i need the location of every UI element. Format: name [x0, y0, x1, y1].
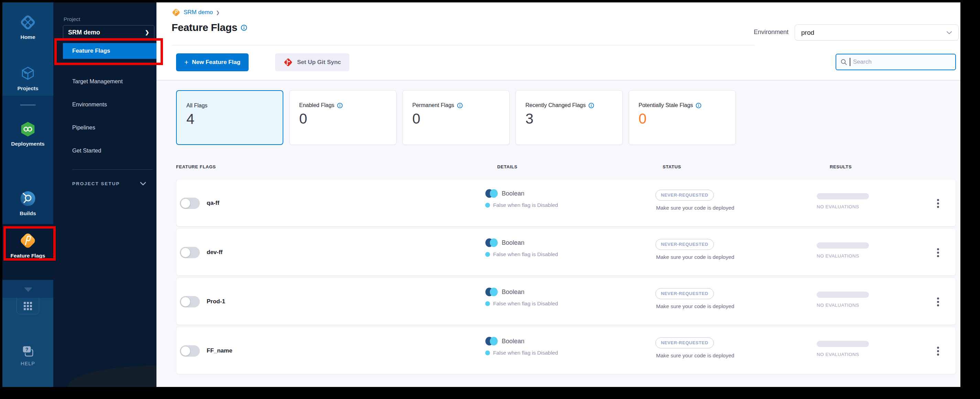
project-name: SRM demo — [68, 29, 100, 36]
panel-nav-pipelines[interactable]: Pipelines — [72, 124, 95, 131]
environment-select[interactable]: prod — [795, 24, 959, 41]
evaluations-bar — [817, 341, 869, 347]
git-sync-label: Set Up Git Sync — [297, 59, 341, 66]
flag-name: dev-ff — [207, 249, 223, 256]
rail-divider — [20, 104, 36, 106]
evaluations-bar — [817, 193, 869, 200]
module-switcher-button[interactable] — [16, 298, 39, 314]
status-note: Make sure your code is deployed — [656, 353, 734, 359]
flag-type: Boolean — [502, 338, 524, 345]
default-rule: False when flag is Disabled — [493, 202, 558, 208]
search-icon — [840, 58, 847, 66]
results-note: NO EVALUATIONS — [817, 254, 859, 259]
chevron-down-icon — [140, 182, 146, 185]
variation-dot-icon — [485, 301, 490, 306]
status-badge: NEVER-REQUESTED — [655, 288, 714, 299]
set-up-git-sync-button[interactable]: Set Up Git Sync — [275, 53, 349, 71]
stat-card-all-flags[interactable]: All Flags 4 — [176, 90, 283, 145]
main-content: SRM demo ❯ Feature Flags Environment pro… — [156, 2, 960, 387]
flag-type: Boolean — [502, 190, 524, 197]
info-icon[interactable] — [589, 102, 594, 109]
results-note: NO EVALUATIONS — [817, 204, 859, 209]
info-icon[interactable] — [457, 102, 463, 109]
boolean-type-icon — [485, 287, 499, 297]
results-note: NO EVALUATIONS — [817, 303, 859, 308]
project-section-label: Project — [64, 16, 80, 22]
help-label: HELP — [2, 361, 53, 366]
search-input[interactable] — [853, 59, 951, 65]
project-selector[interactable]: SRM demo ❯ — [63, 25, 154, 40]
sidebar-item-home[interactable]: Home — [2, 14, 53, 40]
stat-value: 0 — [412, 110, 420, 127]
row-menu-button[interactable] — [932, 343, 944, 359]
status-badge: NEVER-REQUESTED — [655, 337, 714, 348]
help-button[interactable]: ? HELP — [2, 345, 53, 366]
stat-card-potentially-stale-flags[interactable]: Potentially Stale Flags 0 — [628, 90, 736, 145]
table-row[interactable]: qa-ff Boolean False when flag is Disable… — [176, 179, 956, 227]
module-rail: Home Projects Deployments — [2, 2, 53, 387]
new-feature-flag-label: New Feature Flag — [192, 59, 240, 66]
stat-card-recently-changed-flags[interactable]: Recently Changed Flags 3 — [515, 90, 623, 145]
status-note: Make sure your code is deployed — [656, 303, 734, 310]
flag-toggle[interactable] — [180, 247, 200, 258]
results-note: NO EVALUATIONS — [817, 352, 859, 357]
flag-toggle[interactable] — [180, 296, 200, 307]
environment-value: prod — [801, 29, 814, 37]
rail-collapse-chevron-icon[interactable] — [24, 287, 32, 292]
flag-type: Boolean — [502, 289, 524, 296]
sidebar-item-builds[interactable]: Builds — [2, 190, 53, 217]
flag-toggle[interactable] — [180, 198, 200, 209]
project-setup-toggle[interactable]: PROJECT SETUP — [72, 181, 146, 186]
panel-nav-environments[interactable]: Environments — [72, 101, 107, 108]
sidebar-item-deployments[interactable]: Deployments — [2, 121, 53, 147]
header-divider — [172, 45, 755, 45]
column-header-status: STATUS — [663, 164, 681, 169]
info-icon[interactable] — [337, 102, 343, 109]
column-header-details: DETAILS — [497, 164, 517, 169]
git-icon — [283, 57, 293, 67]
column-header-results: RESULTS — [830, 164, 852, 169]
flag-type: Boolean — [502, 239, 524, 246]
sidebar-item-projects[interactable]: Projects — [2, 64, 53, 92]
table-row[interactable]: FF_name Boolean False when flag is Disab… — [176, 327, 956, 374]
panel-decorative-swoosh — [68, 365, 156, 387]
sidebar-item-label: Projects — [2, 85, 53, 92]
new-feature-flag-button[interactable]: + New Feature Flag — [176, 53, 248, 71]
project-panel: Project SRM demo ❯ Feature Flags Target … — [53, 2, 156, 387]
evaluations-bar — [817, 243, 869, 249]
row-menu-button[interactable] — [932, 294, 944, 310]
projects-icon — [19, 64, 37, 82]
flag-toggle[interactable] — [180, 345, 200, 357]
info-icon[interactable] — [241, 24, 247, 31]
evaluations-bar — [817, 292, 869, 298]
stat-card-enabled-flags[interactable]: Enabled Flags 0 — [289, 90, 396, 145]
default-rule: False when flag is Disabled — [493, 350, 558, 356]
table-row[interactable]: Prod-1 Boolean False when flag is Disabl… — [176, 278, 956, 325]
toggle-knob — [181, 297, 191, 307]
chevron-right-icon: ❯ — [216, 10, 220, 15]
sidebar-item-label: Home — [2, 34, 53, 40]
default-rule: False when flag is Disabled — [493, 300, 558, 307]
toggle-knob — [181, 198, 191, 208]
flag-name: Prod-1 — [207, 298, 225, 305]
table-row[interactable]: dev-ff Boolean False when flag is Disabl… — [176, 228, 956, 276]
row-menu-button[interactable] — [932, 196, 944, 211]
panel-nav-feature-flags[interactable]: Feature Flags — [63, 43, 156, 59]
boolean-type-icon — [485, 336, 499, 346]
page-title: Feature Flags — [172, 22, 237, 34]
breadcrumb-project-link[interactable]: SRM demo — [184, 9, 213, 16]
chevron-right-icon: ❯ — [145, 29, 149, 35]
panel-nav-target-management[interactable]: Target Management — [72, 78, 123, 85]
breadcrumb: SRM demo ❯ — [172, 8, 220, 17]
svg-text:?: ? — [25, 347, 29, 352]
home-icon — [19, 14, 37, 31]
panel-nav-get-started[interactable]: Get Started — [72, 147, 101, 154]
row-menu-button[interactable] — [932, 245, 944, 260]
panel-nav-label: Feature Flags — [72, 48, 110, 54]
status-note: Make sure your code is deployed — [656, 205, 734, 211]
sidebar-item-feature-flags[interactable]: Feature Flags — [2, 232, 53, 259]
flag-name: FF_name — [207, 347, 232, 354]
info-icon[interactable] — [696, 102, 702, 109]
boolean-type-icon — [485, 188, 499, 199]
stat-card-permanent-flags[interactable]: Permanent Flags 0 — [402, 90, 510, 145]
